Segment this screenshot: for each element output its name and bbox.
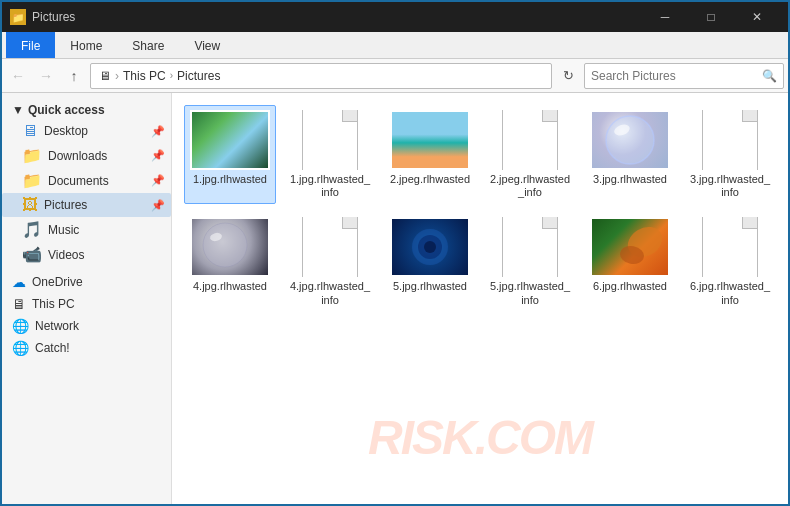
maximize-button[interactable]: □ [688,2,734,32]
tab-share[interactable]: Share [117,32,179,58]
file-item-7[interactable]: 4.jpg.rlhwasted [184,212,276,311]
file-thumb-1 [190,110,270,170]
window-title: Pictures [32,10,642,24]
search-input[interactable] [591,69,762,83]
sidebar-item-catch-label: Catch! [35,341,70,355]
tab-view[interactable]: View [179,32,235,58]
sidebar-item-downloads-label: Downloads [48,149,107,163]
img-bubble [590,110,670,170]
img-rose [390,217,470,277]
file-thumb-5 [590,110,670,170]
sidebar-item-videos[interactable]: 📹 Videos [2,242,171,267]
up-button[interactable]: ↑ [62,64,86,88]
sidebar-item-documents-label: Documents [48,174,109,188]
sidebar-item-videos-label: Videos [48,248,84,262]
sidebar-item-thispc[interactable]: 🖥 This PC [2,293,171,315]
breadcrumb-thispc: This PC [123,69,166,83]
file-item-5[interactable]: 3.jpg.rlhwasted [584,105,676,204]
onedrive-icon: ☁ [12,274,26,290]
tab-file[interactable]: File [6,32,55,58]
file-thumb-10 [490,217,570,277]
file-item-8[interactable]: 4.jpg.rlhwasted_info [284,212,376,311]
back-button[interactable]: ← [6,64,30,88]
sidebar-item-onedrive-label: OneDrive [32,275,83,289]
svg-point-0 [606,116,654,164]
sidebar-item-network[interactable]: 🌐 Network [2,315,171,337]
sidebar: ▼ Quick access 🖥 Desktop 📌 📁 Downloads 📌… [2,93,172,505]
file-thumb-3 [390,110,470,170]
thispc-icon: 🖥 [12,296,26,312]
file-item-2[interactable]: 1.jpg.rlhwasted_info [284,105,376,204]
sidebar-item-music-label: Music [48,223,79,237]
sidebar-item-pictures[interactable]: 🖼 Pictures 📌 [2,193,171,217]
file-thumb-12 [690,217,770,277]
forward-button[interactable]: → [34,64,58,88]
sidebar-item-downloads[interactable]: 📁 Downloads 📌 [2,143,171,168]
quick-access-header[interactable]: ▼ Quick access [2,97,171,119]
tab-home[interactable]: Home [55,32,117,58]
pictures-icon: 🖼 [22,196,38,214]
desktop-pin-icon: 📌 [151,125,165,138]
img-beach [390,110,470,170]
quick-access-label: Quick access [28,103,105,117]
watermark: RISK.COM [368,410,592,465]
breadcrumb-pictures: Pictures [177,69,220,83]
address-box[interactable]: 🖥 › This PC › Pictures [90,63,552,89]
file-item-11[interactable]: 6.jpg.rlhwasted [584,212,676,311]
file-label-1: 1.jpg.rlhwasted [193,173,267,186]
svg-point-2 [203,223,247,267]
sidebar-item-music[interactable]: 🎵 Music [2,217,171,242]
refresh-button[interactable]: ↻ [556,64,580,88]
file-label-9: 5.jpg.rlhwasted [393,280,467,293]
doc-icon-5 [502,217,558,277]
sidebar-item-pictures-label: Pictures [44,198,87,212]
sidebar-item-catch[interactable]: 🌐 Catch! [2,337,171,359]
close-button[interactable]: ✕ [734,2,780,32]
address-bar-row: ← → ↑ 🖥 › This PC › Pictures ↻ 🔍 [2,59,788,93]
breadcrumb-icon: 🖥 [99,69,111,83]
sidebar-item-desktop-label: Desktop [44,124,88,138]
file-thumb-7 [190,217,270,277]
sidebar-item-network-label: Network [35,319,79,333]
main-layout: ▼ Quick access 🖥 Desktop 📌 📁 Downloads 📌… [2,93,788,505]
ribbon-tabs: File Home Share View [2,32,788,58]
doc-icon-4 [302,217,358,277]
img-leaf [590,217,670,277]
file-item-10[interactable]: 5.jpg.rlhwasted_info [484,212,576,311]
file-grid: 1.jpg.rlhwasted 1.jpg.rlhwasted_info 2.j… [180,101,780,316]
file-item-6[interactable]: 3.jpg.rlhwasted_info [684,105,776,204]
search-icon[interactable]: 🔍 [762,69,777,83]
network-icon: 🌐 [12,318,29,334]
file-item-1[interactable]: 1.jpg.rlhwasted [184,105,276,204]
pictures-pin-icon: 📌 [151,199,165,212]
music-icon: 🎵 [22,220,42,239]
file-label-11: 6.jpg.rlhwasted [593,280,667,293]
file-thumb-9 [390,217,470,277]
catch-icon: 🌐 [12,340,29,356]
doc-icon-2 [502,110,558,170]
file-label-8: 4.jpg.rlhwasted_info [289,280,371,306]
sidebar-item-desktop[interactable]: 🖥 Desktop 📌 [2,119,171,143]
file-item-12[interactable]: 6.jpg.rlhwasted_info [684,212,776,311]
file-item-3[interactable]: 2.jpeg.rlhwasted [384,105,476,204]
content-area: 1.jpg.rlhwasted 1.jpg.rlhwasted_info 2.j… [172,93,788,505]
doc-icon-1 [302,110,358,170]
sidebar-item-onedrive[interactable]: ☁ OneDrive [2,271,171,293]
documents-icon: 📁 [22,171,42,190]
minimize-button[interactable]: ─ [642,2,688,32]
doc-icon-3 [702,110,758,170]
file-label-2: 1.jpg.rlhwasted_info [289,173,371,199]
search-box[interactable]: 🔍 [584,63,784,89]
downloads-icon: 📁 [22,146,42,165]
file-thumb-11 [590,217,670,277]
file-item-9[interactable]: 5.jpg.rlhwasted [384,212,476,311]
file-thumb-6 [690,110,770,170]
window-icon: 📁 [10,9,26,25]
file-item-4[interactable]: 2.jpeg.rlhwasted_info [484,105,576,204]
file-label-3: 2.jpeg.rlhwasted [390,173,470,186]
sidebar-item-documents[interactable]: 📁 Documents 📌 [2,168,171,193]
file-thumb-8 [290,217,370,277]
file-label-7: 4.jpg.rlhwasted [193,280,267,293]
ribbon: File Home Share View [2,32,788,59]
quick-access-chevron: ▼ [12,103,24,117]
